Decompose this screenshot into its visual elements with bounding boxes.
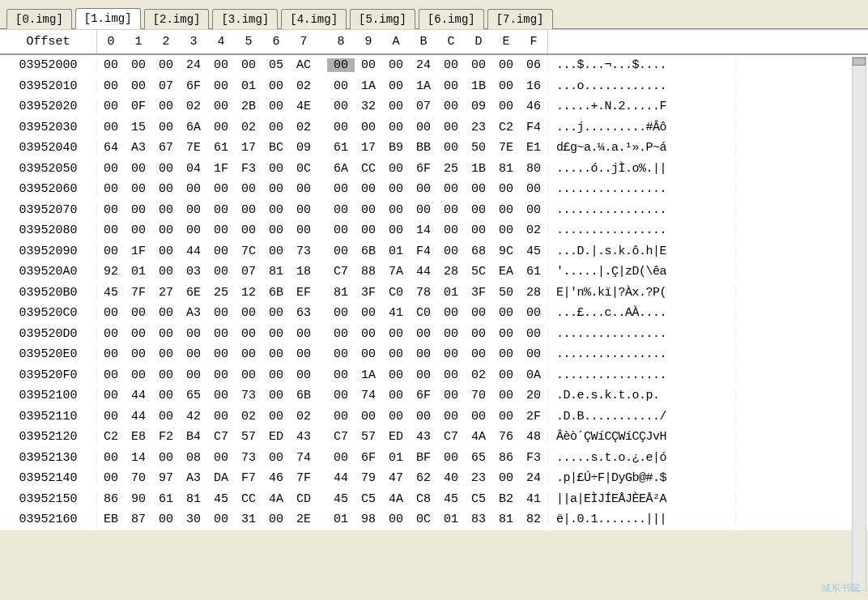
byte[interactable]: 00 [152,410,180,423]
byte[interactable]: F3 [235,162,262,176]
byte[interactable]: 00 [180,223,207,237]
byte[interactable]: 00 [262,327,290,341]
byte[interactable]: 23 [465,471,492,485]
hex-bytes[interactable]: 64A3677E6117BC096117B9BB00507EE1 [97,141,548,155]
byte[interactable]: 57 [355,430,382,444]
byte[interactable]: 00 [465,182,492,196]
byte[interactable]: 00 [520,203,547,217]
ascii-cell[interactable]: E|'n%.kï|?Àx.?P( [548,286,736,300]
byte[interactable]: 6F [410,389,437,402]
byte[interactable]: 7F [125,286,152,300]
byte[interactable]: 00 [97,58,125,72]
hex-bytes[interactable]: 0000076F00010002001A001A001B0016 [97,79,548,93]
byte[interactable]: 12 [235,286,262,300]
ascii-cell[interactable]: ...j.........#Âô [548,121,736,134]
byte[interactable]: 62 [410,471,437,485]
byte[interactable]: 00 [152,58,180,72]
byte[interactable]: 00 [327,389,355,402]
byte[interactable]: 00 [437,389,465,402]
byte[interactable]: 00 [355,410,382,423]
byte[interactable]: 00 [125,58,152,72]
byte[interactable]: 00 [437,327,465,341]
byte[interactable]: 02 [235,410,262,423]
hex-bytes[interactable]: 00000000000000000000001400000002 [97,223,548,237]
hex-bytes[interactable]: 457F276E25126BEF813FC078013F5028 [97,286,548,300]
tab-2[interactable]: [2.img] [144,9,210,29]
byte[interactable]: 6E [180,286,207,300]
byte[interactable]: 1A [355,79,382,93]
byte[interactable]: 00 [437,451,465,465]
byte[interactable]: 45 [520,245,547,258]
byte[interactable]: 00 [235,327,262,341]
byte[interactable]: 00 [355,327,382,341]
byte[interactable]: 02 [465,368,492,382]
byte[interactable]: 00 [382,389,410,402]
byte[interactable]: 00 [355,58,382,72]
byte[interactable]: 00 [437,347,465,361]
byte[interactable]: 31 [235,513,262,526]
byte[interactable]: 00 [520,182,547,196]
byte[interactable]: F3 [520,451,547,465]
byte[interactable]: 00 [492,223,520,237]
byte[interactable]: 44 [180,245,207,258]
byte[interactable]: 4A [262,492,290,506]
byte[interactable]: 32 [355,100,382,113]
byte[interactable]: 00 [125,327,152,341]
byte[interactable]: 82 [520,513,547,526]
hex-bytes[interactable]: 0014000800730074006F01BF006586F3 [97,451,548,465]
byte[interactable]: 00 [97,121,125,134]
byte[interactable]: 90 [125,492,152,506]
byte[interactable]: 00 [492,471,520,485]
byte[interactable]: 00 [410,368,437,382]
byte[interactable]: 00 [327,100,355,113]
scrollbar-thumb[interactable] [853,57,866,66]
byte[interactable]: C2 [492,121,520,134]
byte[interactable]: 00 [207,347,235,361]
hex-bytes[interactable]: 000F0002002B004E0032000700090046 [97,100,548,113]
byte[interactable]: E8 [125,430,152,444]
byte[interactable]: 00 [290,347,317,361]
hex-bytes[interactable]: 0015006A00020002000000000023C2F4 [97,121,548,134]
byte[interactable]: 46 [520,100,547,113]
byte[interactable]: 14 [410,223,437,237]
byte[interactable]: 00 [152,245,180,258]
hex-bytes[interactable]: 00000000000000000000000000000000 [97,182,548,196]
byte[interactable]: 00 [465,347,492,361]
byte[interactable]: 00 [492,389,520,402]
byte[interactable]: B9 [382,141,410,155]
byte[interactable]: 00 [97,410,125,423]
byte[interactable]: 00 [437,223,465,237]
hex-bytes[interactable]: 001F0044007C0073006B01F400689C45 [97,245,548,258]
ascii-cell[interactable]: ................ [548,182,736,196]
byte[interactable]: 00 [382,58,410,72]
byte[interactable]: 44 [327,471,355,485]
byte[interactable]: 68 [465,245,492,258]
byte[interactable]: 00 [327,121,355,134]
byte[interactable]: 00 [262,347,290,361]
byte[interactable]: 01 [437,513,465,526]
byte[interactable]: 00 [125,203,152,217]
byte[interactable]: 44 [410,265,437,279]
byte[interactable]: 9C [492,245,520,258]
byte[interactable]: 92 [97,265,125,279]
byte[interactable]: 00 [262,513,290,526]
byte[interactable]: 43 [290,430,317,444]
byte[interactable]: 67 [152,141,180,155]
byte[interactable]: 00 [207,223,235,237]
byte[interactable]: 00 [327,245,355,258]
byte[interactable]: 30 [180,513,207,526]
byte[interactable]: 79 [355,471,382,485]
byte[interactable]: 74 [355,389,382,402]
byte[interactable]: 00 [262,245,290,258]
byte[interactable]: 4E [290,100,317,113]
byte[interactable]: 00 [290,203,317,217]
byte[interactable]: 00 [355,306,382,320]
byte[interactable]: 16 [520,79,547,93]
byte[interactable]: 14 [125,451,152,465]
byte[interactable]: 24 [520,471,547,485]
byte[interactable]: 17 [235,141,262,155]
byte[interactable]: C0 [410,306,437,320]
byte[interactable]: 2F [520,410,547,423]
tab-5[interactable]: [5.img] [350,9,415,29]
byte[interactable]: 00 [207,203,235,217]
